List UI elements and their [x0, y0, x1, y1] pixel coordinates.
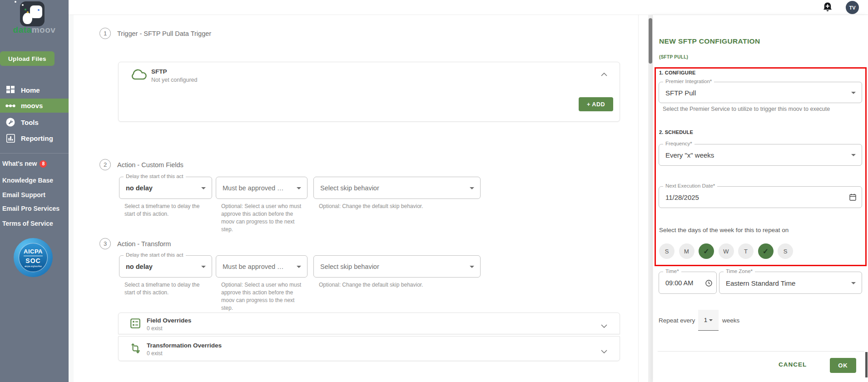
ok-button[interactable]: OK	[830, 358, 856, 373]
user-avatar[interactable]: TV	[846, 1, 859, 14]
chevron-up-icon[interactable]	[601, 70, 607, 78]
chevron-down-icon	[851, 92, 856, 94]
chevron-down-icon	[297, 187, 301, 189]
logo-blob	[23, 13, 32, 24]
delay-select-value: no delay	[126, 184, 153, 192]
notification-add-bell-icon[interactable]	[822, 2, 833, 14]
skip-behavior-placeholder: Select skip behavior	[320, 184, 379, 192]
sidebar-item-moovs[interactable]: moovs	[0, 99, 69, 113]
day-toggle-friday-selected[interactable]: ✓	[758, 243, 774, 259]
time-input[interactable]: Time* 09:00 AM	[659, 272, 717, 294]
aicpa-soc-seal-inner: AICPA SOC aicpa.org/soc4so	[19, 243, 48, 272]
frequency-value: Every "x" weeks	[665, 151, 714, 159]
clock-icon[interactable]	[705, 280, 712, 288]
link-label: What's new	[2, 160, 37, 167]
drawer-subtitle: (SFTP PULL)	[659, 55, 688, 60]
day-toggle-tuesday-selected[interactable]: ✓	[699, 243, 714, 259]
datamoov-logo-icon	[20, 1, 45, 26]
day-toggle-saturday[interactable]: S	[778, 243, 793, 259]
delay-select[interactable]: Delay the start of this act no delay	[119, 177, 212, 199]
repeat-weeks-suffix: weeks	[722, 317, 739, 324]
next-execution-date-value: 11/28/2025	[665, 193, 699, 201]
repeat-every-label: Repeat every	[659, 317, 695, 324]
window-scrollbar-thumb[interactable]	[865, 352, 868, 377]
delay-select-label: Delay the start of this act	[124, 252, 186, 258]
sftp-card-subtitle: Not yet configured	[151, 77, 197, 83]
transform-icon	[129, 342, 141, 356]
premier-integration-label: Premier Integration*	[663, 79, 714, 84]
sidebar-item-home[interactable]: Home	[0, 83, 69, 97]
day-toggle-thursday[interactable]: T	[738, 243, 754, 259]
next-execution-date-input[interactable]: Next Execution Date* 11/28/2025	[659, 186, 862, 208]
drawer-divider	[658, 351, 864, 352]
logo-word-secondary: moov	[32, 25, 56, 35]
delay-select-value: no delay	[126, 263, 153, 270]
sidebar-link-email-support[interactable]: Email Support	[2, 191, 45, 198]
logo-dot	[15, 1, 16, 3]
vertical-scrollbar-track[interactable]	[648, 15, 653, 382]
skip-helper-text: Optional: Change the default skip behavi…	[319, 281, 455, 289]
timezone-select[interactable]: Time Zone* Eastern Standard Time	[719, 272, 862, 294]
home-icon	[5, 86, 15, 94]
step-1-title: Trigger - SFTP Pull Data Trigger	[117, 30, 211, 37]
calendar-icon[interactable]	[849, 193, 856, 203]
delay-helper-text: Select a timeframe to delay the start of…	[124, 281, 205, 297]
day-toggle-monday[interactable]: M	[679, 243, 694, 259]
frequency-label: Frequency*	[663, 141, 694, 146]
sidebar-item-reporting[interactable]: Reporting	[0, 131, 69, 145]
approver-select[interactable]: Must be approved …	[216, 177, 308, 199]
repeat-weeks-select[interactable]: 1	[698, 310, 719, 331]
upload-files-button[interactable]: Upload Files	[0, 51, 55, 66]
field-overrides-expander[interactable]: Field Overrides 0 exist	[118, 313, 620, 334]
chevron-down-icon	[709, 319, 713, 321]
step-3-title: Action - Transform	[117, 240, 171, 248]
frequency-select[interactable]: Frequency* Every "x" weeks	[659, 144, 862, 166]
day-toggle-sunday[interactable]: S	[659, 243, 675, 259]
bar-chart-icon	[5, 134, 15, 143]
approver-select[interactable]: Must be approved …	[216, 255, 308, 278]
vertical-scrollbar-thumb[interactable]	[649, 18, 652, 64]
sidebar-link-terms-of-service[interactable]: Terms of Service	[2, 220, 53, 227]
step-1-number: 1	[99, 28, 111, 39]
seal-line1: AICPA	[24, 248, 43, 255]
skip-behavior-select[interactable]: Select skip behavior	[313, 177, 481, 199]
seal-line2: SOC	[25, 257, 40, 264]
sidebar: datamoov Upload Files Home moovs Tools	[0, 0, 69, 382]
seal-line3: aicpa.org/soc4so	[25, 265, 42, 268]
top-header: TV	[69, 0, 868, 15]
delay-select-label: Delay the start of this act	[124, 174, 186, 179]
chevron-down-icon[interactable]	[601, 347, 607, 355]
cancel-button[interactable]: CANCEL	[779, 361, 807, 368]
sidebar-item-label: moovs	[21, 102, 43, 109]
sidebar-link-knowledge-base[interactable]: Knowledge Base	[2, 177, 53, 184]
logo-dot	[27, 11, 29, 13]
transformation-overrides-expander[interactable]: Transformation Overrides 0 exist	[118, 336, 620, 361]
timezone-label: Time Zone*	[724, 268, 755, 274]
delay-select[interactable]: Delay the start of this act no delay	[119, 255, 212, 278]
chevron-down-icon	[851, 282, 856, 284]
premier-integration-select[interactable]: Premier Integration* SFTP Pull	[659, 82, 862, 103]
sidebar-link-whats-new[interactable]: What's new8	[2, 160, 47, 168]
skip-behavior-select[interactable]: Select skip behavior	[313, 255, 481, 278]
sidebar-link-email-pro-services[interactable]: Email Pro Services	[2, 205, 60, 212]
day-toggle-wednesday[interactable]: W	[719, 243, 734, 259]
add-button[interactable]: + ADD	[579, 97, 613, 111]
logo-wordmark: datamoov	[0, 25, 69, 35]
sftp-card-title: SFTP	[151, 68, 167, 75]
premier-integration-value: SFTP Pull	[665, 89, 696, 96]
step-3-number: 3	[99, 238, 111, 249]
repeat-weeks-value: 1	[704, 317, 708, 323]
aicpa-soc-seal: AICPA SOC aicpa.org/soc4so	[14, 238, 53, 277]
logo-dot	[38, 9, 40, 11]
sidebar-divider	[0, 153, 69, 154]
cloud-icon	[130, 67, 148, 83]
expander-subtitle: 0 exist	[147, 350, 163, 357]
sidebar-item-tools[interactable]: Tools	[0, 115, 69, 129]
days-of-week-selector: S M ✓ W T ✓ S	[659, 243, 793, 259]
chevron-down-icon[interactable]	[601, 322, 607, 330]
configure-section-heading: 1. CONFIGURE	[659, 70, 696, 75]
sidebar-item-label: Tools	[21, 119, 39, 126]
chevron-down-icon	[470, 266, 474, 268]
chevron-down-icon	[201, 266, 206, 268]
chevron-down-icon	[297, 266, 301, 268]
